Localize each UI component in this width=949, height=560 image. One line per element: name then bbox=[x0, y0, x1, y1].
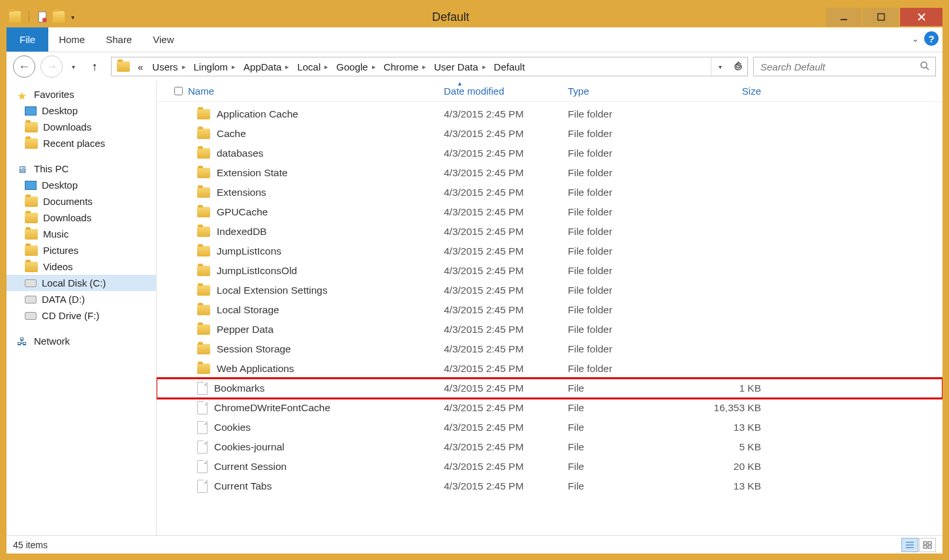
file-row[interactable]: Cookies4/3/2015 2:45 PMFile13 KB bbox=[157, 418, 942, 437]
column-size[interactable]: Size bbox=[691, 86, 769, 97]
file-row[interactable]: Extensions4/3/2015 2:45 PMFile folder bbox=[157, 183, 942, 202]
tab-view[interactable]: View bbox=[142, 27, 184, 52]
sidebar-group-favorites[interactable]: ★ Favorites bbox=[7, 86, 156, 102]
file-row[interactable]: JumpListIconsOld4/3/2015 2:45 PMFile fol… bbox=[157, 261, 942, 281]
file-row[interactable]: IndexedDB4/3/2015 2:45 PMFile folder bbox=[157, 222, 942, 241]
file-row[interactable]: Bookmarks4/3/2015 2:45 PMFile1 KB bbox=[157, 379, 942, 398]
properties-icon[interactable] bbox=[37, 11, 49, 23]
select-all-checkbox[interactable] bbox=[168, 87, 188, 95]
thumbnail-view-button[interactable] bbox=[919, 538, 936, 552]
svg-rect-12 bbox=[928, 542, 931, 544]
column-date[interactable]: Date modified bbox=[444, 86, 568, 97]
file-row[interactable]: Cache4/3/2015 2:45 PMFile folder bbox=[157, 124, 942, 144]
quick-access-dropdown-icon[interactable]: ▾ bbox=[69, 14, 77, 21]
sidebar-item[interactable]: DATA (D:) bbox=[7, 291, 156, 307]
breadcrumb-item[interactable]: Default bbox=[490, 60, 529, 74]
drive-icon bbox=[25, 245, 38, 256]
search-icon[interactable] bbox=[920, 61, 930, 73]
file-row[interactable]: Current Tabs4/3/2015 2:45 PMFile13 KB bbox=[157, 476, 942, 496]
sidebar-item[interactable]: Videos bbox=[7, 258, 156, 275]
refresh-button[interactable] bbox=[729, 57, 747, 76]
back-button[interactable]: ← bbox=[13, 55, 35, 78]
drive-icon bbox=[25, 296, 37, 303]
breadcrumb-item[interactable]: Linglom ▸ bbox=[190, 60, 240, 74]
close-button[interactable] bbox=[900, 8, 942, 26]
drive-icon bbox=[25, 181, 37, 190]
file-icon bbox=[197, 382, 208, 395]
recent-locations-dropdown[interactable]: ▾ bbox=[68, 55, 78, 78]
file-row[interactable]: Local Extension Settings4/3/2015 2:45 PM… bbox=[157, 281, 942, 300]
svg-rect-13 bbox=[924, 546, 927, 548]
file-row[interactable]: JumpListIcons4/3/2015 2:45 PMFile folder bbox=[157, 241, 942, 261]
file-row[interactable]: databases4/3/2015 2:45 PMFile folder bbox=[157, 144, 942, 163]
svg-rect-14 bbox=[928, 546, 931, 548]
thispc-label: This PC bbox=[34, 163, 69, 174]
sidebar-item[interactable]: Desktop bbox=[7, 177, 156, 193]
sidebar-item[interactable]: Desktop bbox=[7, 102, 156, 119]
sidebar-group-thispc[interactable]: 🖥 This PC bbox=[7, 161, 156, 177]
file-type: File folder bbox=[568, 148, 691, 159]
file-row[interactable]: GPUCache4/3/2015 2:45 PMFile folder bbox=[157, 202, 942, 222]
file-name: Web Applications bbox=[217, 363, 294, 375]
help-button[interactable]: ? bbox=[924, 31, 939, 46]
file-type: File bbox=[568, 441, 691, 453]
file-tab[interactable]: File bbox=[7, 27, 48, 52]
file-row[interactable]: Current Session4/3/2015 2:45 PMFile20 KB bbox=[157, 457, 942, 476]
file-name: Extension State bbox=[217, 167, 288, 179]
sidebar-item[interactable]: Recent places bbox=[7, 135, 156, 151]
folder-icon bbox=[197, 266, 210, 276]
minimize-button[interactable] bbox=[826, 8, 862, 26]
details-view-button[interactable] bbox=[901, 538, 918, 552]
svg-rect-3 bbox=[878, 14, 884, 20]
search-box[interactable] bbox=[753, 57, 936, 76]
sidebar-item[interactable]: Local Disk (C:) bbox=[7, 275, 156, 291]
file-rows[interactable]: Application Cache4/3/2015 2:45 PMFile fo… bbox=[157, 102, 942, 535]
file-type: File folder bbox=[568, 226, 691, 238]
forward-button[interactable]: → bbox=[40, 55, 63, 78]
file-row[interactable]: ChromeDWriteFontCache4/3/2015 2:45 PMFil… bbox=[157, 398, 942, 418]
file-type: File folder bbox=[568, 363, 691, 375]
column-name[interactable]: Name bbox=[188, 86, 444, 97]
nav-pane[interactable]: ★ Favorites DesktopDownloadsRecent place… bbox=[7, 81, 157, 535]
breadcrumb-item[interactable]: Users ▸ bbox=[148, 60, 189, 74]
search-input[interactable] bbox=[759, 61, 920, 73]
chevron-right-icon: ▸ bbox=[482, 63, 486, 71]
file-type: File folder bbox=[568, 265, 691, 277]
sidebar-item[interactable]: Documents bbox=[7, 193, 156, 210]
breadcrumb-item[interactable]: AppData ▸ bbox=[240, 60, 293, 74]
tab-home[interactable]: Home bbox=[48, 27, 95, 52]
file-date: 4/3/2015 2:45 PM bbox=[444, 245, 568, 257]
column-type[interactable]: Type bbox=[568, 86, 691, 97]
sidebar-item[interactable]: Downloads bbox=[7, 210, 156, 226]
file-type: File bbox=[568, 402, 691, 414]
sidebar-item[interactable]: Pictures bbox=[7, 242, 156, 258]
file-row[interactable]: Extension State4/3/2015 2:45 PMFile fold… bbox=[157, 163, 942, 183]
breadcrumb-item[interactable]: Local ▸ bbox=[293, 60, 332, 74]
address-dropdown-icon[interactable]: ▾ bbox=[711, 57, 729, 76]
file-type: File bbox=[568, 382, 691, 394]
sidebar-item[interactable]: Music bbox=[7, 226, 156, 242]
breadcrumb-item[interactable]: Chrome ▸ bbox=[380, 60, 430, 74]
new-folder-icon[interactable] bbox=[53, 11, 65, 23]
file-row[interactable]: Pepper Data4/3/2015 2:45 PMFile folder bbox=[157, 320, 942, 339]
sidebar-item[interactable]: Downloads bbox=[7, 119, 156, 135]
file-row[interactable]: Cookies-journal4/3/2015 2:45 PMFile5 KB bbox=[157, 437, 942, 457]
sidebar-item[interactable]: CD Drive (F:) bbox=[7, 307, 156, 324]
up-button[interactable]: ↑ bbox=[84, 55, 106, 78]
file-row[interactable]: Local Storage4/3/2015 2:45 PMFile folder bbox=[157, 300, 942, 320]
sidebar-group-network[interactable]: 🖧 Network bbox=[7, 333, 156, 349]
tab-share[interactable]: Share bbox=[95, 27, 142, 52]
folder-icon bbox=[197, 285, 210, 296]
file-row[interactable]: Web Applications4/3/2015 2:45 PMFile fol… bbox=[157, 359, 942, 379]
file-name: Extensions bbox=[217, 187, 266, 198]
breadcrumb-prefix[interactable]: « bbox=[134, 60, 147, 74]
file-size: 20 KB bbox=[691, 461, 769, 473]
breadcrumb-item[interactable]: User Data ▸ bbox=[430, 60, 490, 74]
address-bar[interactable]: « Users ▸Linglom ▸AppData ▸Local ▸Google… bbox=[111, 57, 748, 76]
maximize-button[interactable] bbox=[863, 8, 899, 26]
file-row[interactable]: Application Cache4/3/2015 2:45 PMFile fo… bbox=[157, 104, 942, 124]
ribbon-expand-icon[interactable]: ⌄ bbox=[912, 34, 919, 44]
breadcrumb-item[interactable]: Google ▸ bbox=[332, 60, 379, 74]
file-row[interactable]: Session Storage4/3/2015 2:45 PMFile fold… bbox=[157, 339, 942, 359]
svg-rect-11 bbox=[924, 542, 927, 544]
